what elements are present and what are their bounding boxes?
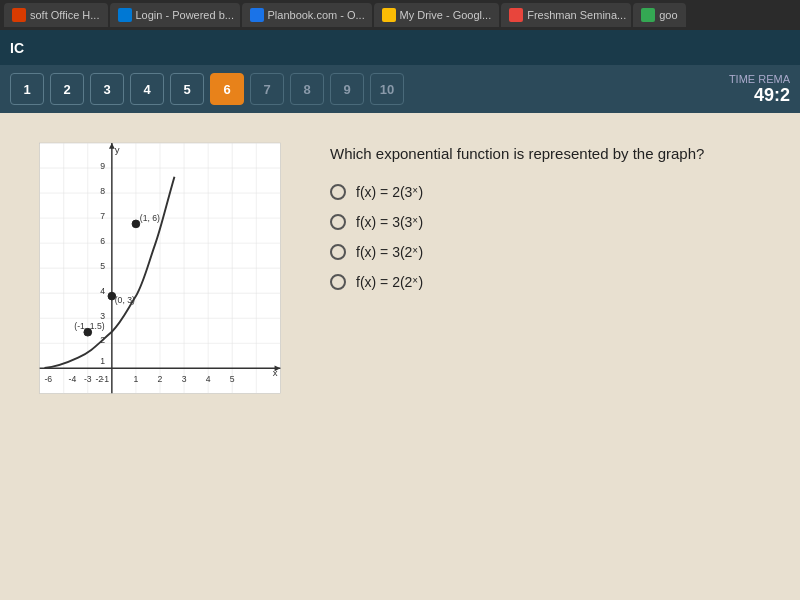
favicon-login xyxy=(118,8,132,22)
svg-text:5: 5 xyxy=(100,261,105,271)
svg-text:1: 1 xyxy=(134,374,139,384)
option-row-a[interactable]: f(x) = 2(3ˣ) xyxy=(330,184,770,200)
svg-text:7: 7 xyxy=(100,211,105,221)
svg-text:4: 4 xyxy=(100,286,105,296)
tab-office[interactable]: soft Office H... xyxy=(4,3,108,27)
svg-text:8: 8 xyxy=(100,186,105,196)
question-btn-10[interactable]: 10 xyxy=(370,73,404,105)
svg-text:-3: -3 xyxy=(84,374,92,384)
browser-tab-bar: soft Office H... Login - Powered b... Pl… xyxy=(0,0,800,30)
radio-d[interactable] xyxy=(330,274,346,290)
question-btn-6[interactable]: 6 xyxy=(210,73,244,105)
option-label-c: f(x) = 3(2ˣ) xyxy=(356,244,423,260)
svg-text:9: 9 xyxy=(100,161,105,171)
radio-c[interactable] xyxy=(330,244,346,260)
question-btn-5[interactable]: 5 xyxy=(170,73,204,105)
tab-drive[interactable]: My Drive - Googl... xyxy=(374,3,500,27)
tab-goo-label: goo xyxy=(659,9,677,21)
svg-text:-4: -4 xyxy=(69,374,77,384)
option-row-d[interactable]: f(x) = 2(2ˣ) xyxy=(330,274,770,290)
tab-freshman-label: Freshman Semina... xyxy=(527,9,626,21)
question-btn-2[interactable]: 2 xyxy=(50,73,84,105)
favicon-goo xyxy=(641,8,655,22)
svg-text:5: 5 xyxy=(230,374,235,384)
svg-text:(1, 6): (1, 6) xyxy=(140,213,160,223)
nav-title: IC xyxy=(10,40,24,56)
question-bar: 1 2 3 4 5 6 7 8 9 10 TIME REMA 49:2 xyxy=(0,65,800,113)
tab-login-label: Login - Powered b... xyxy=(136,9,234,21)
question-btn-1[interactable]: 1 xyxy=(10,73,44,105)
tab-planbook-label: Planbook.com - O... xyxy=(268,9,365,21)
svg-text:-1: -1 xyxy=(101,374,109,384)
favicon-freshman xyxy=(509,8,523,22)
option-row-c[interactable]: f(x) = 3(2ˣ) xyxy=(330,244,770,260)
svg-text:x: x xyxy=(273,367,278,378)
option-label-b: f(x) = 3(3ˣ) xyxy=(356,214,423,230)
question-text: Which exponential function is represente… xyxy=(330,143,770,164)
svg-text:2: 2 xyxy=(158,374,163,384)
svg-text:4: 4 xyxy=(206,374,211,384)
svg-text:(-1, 1.5): (-1, 1.5) xyxy=(74,321,104,331)
favicon-planbook xyxy=(250,8,264,22)
question-btn-7[interactable]: 7 xyxy=(250,73,284,105)
option-row-b[interactable]: f(x) = 3(3ˣ) xyxy=(330,214,770,230)
svg-text:(0, 3): (0, 3) xyxy=(115,295,135,305)
question-btn-4[interactable]: 4 xyxy=(130,73,164,105)
tab-drive-label: My Drive - Googl... xyxy=(400,9,492,21)
question-btn-3[interactable]: 3 xyxy=(90,73,124,105)
svg-point-48 xyxy=(132,220,140,228)
option-label-a: f(x) = 2(3ˣ) xyxy=(356,184,423,200)
svg-text:3: 3 xyxy=(100,311,105,321)
tab-planbook[interactable]: Planbook.com - O... xyxy=(242,3,372,27)
graph-svg: -6 -4 -3 -2 -1 1 2 3 4 5 x 1 2 3 4 5 6 7… xyxy=(30,133,290,413)
timer-label: TIME REMA xyxy=(729,73,790,85)
question-btn-9[interactable]: 9 xyxy=(330,73,364,105)
favicon-drive xyxy=(382,8,396,22)
svg-text:6: 6 xyxy=(100,236,105,246)
question-area: Which exponential function is represente… xyxy=(330,133,770,580)
svg-text:1: 1 xyxy=(100,356,105,366)
radio-b[interactable] xyxy=(330,214,346,230)
tab-office-label: soft Office H... xyxy=(30,9,100,21)
tab-goo[interactable]: goo xyxy=(633,3,685,27)
svg-text:3: 3 xyxy=(182,374,187,384)
main-content: -6 -4 -3 -2 -1 1 2 3 4 5 x 1 2 3 4 5 6 7… xyxy=(0,113,800,600)
svg-text:y: y xyxy=(115,144,120,155)
favicon-office xyxy=(12,8,26,22)
tab-login[interactable]: Login - Powered b... xyxy=(110,3,240,27)
option-label-d: f(x) = 2(2ˣ) xyxy=(356,274,423,290)
nav-bar: IC xyxy=(0,30,800,65)
svg-text:-6: -6 xyxy=(44,374,52,384)
graph-area: -6 -4 -3 -2 -1 1 2 3 4 5 x 1 2 3 4 5 6 7… xyxy=(30,133,290,580)
question-btn-8[interactable]: 8 xyxy=(290,73,324,105)
timer-value: 49:2 xyxy=(729,85,790,106)
radio-a[interactable] xyxy=(330,184,346,200)
tab-freshman[interactable]: Freshman Semina... xyxy=(501,3,631,27)
timer-area: TIME REMA 49:2 xyxy=(729,73,790,106)
